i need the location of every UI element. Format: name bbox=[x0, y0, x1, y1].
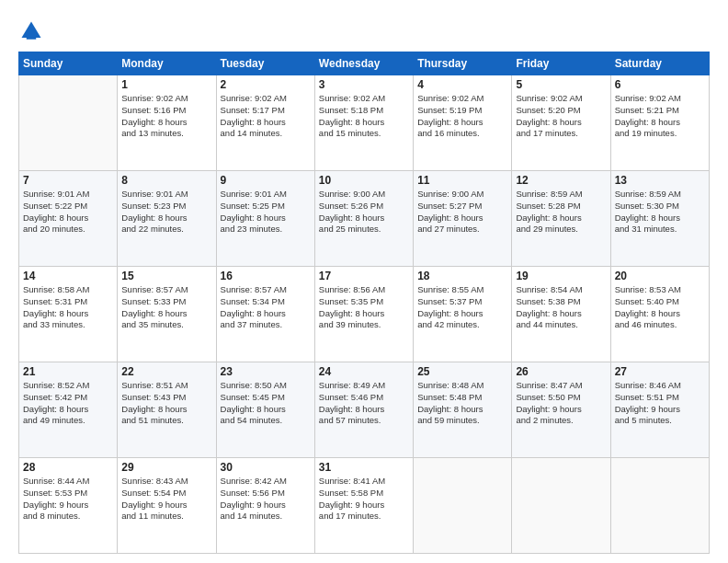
day-info: Sunrise: 8:57 AM Sunset: 5:34 PM Dayligh… bbox=[221, 284, 311, 331]
weekday-header-saturday: Saturday bbox=[610, 52, 709, 75]
day-info: Sunrise: 9:01 AM Sunset: 5:23 PM Dayligh… bbox=[121, 189, 211, 236]
day-info: Sunrise: 8:51 AM Sunset: 5:43 PM Dayligh… bbox=[121, 380, 211, 427]
day-info: Sunrise: 9:01 AM Sunset: 5:22 PM Dayligh… bbox=[23, 189, 113, 236]
day-number: 27 bbox=[615, 365, 705, 378]
day-info: Sunrise: 8:48 AM Sunset: 5:48 PM Dayligh… bbox=[417, 380, 507, 427]
day-number: 28 bbox=[23, 461, 113, 474]
day-number: 11 bbox=[417, 174, 507, 187]
day-info: Sunrise: 8:49 AM Sunset: 5:46 PM Dayligh… bbox=[319, 380, 409, 427]
calendar-week-row: 14Sunrise: 8:58 AM Sunset: 5:31 PM Dayli… bbox=[19, 267, 710, 362]
day-info: Sunrise: 9:00 AM Sunset: 5:27 PM Dayligh… bbox=[417, 189, 507, 236]
calendar-cell: 17Sunrise: 8:56 AM Sunset: 5:35 PM Dayli… bbox=[314, 267, 413, 362]
day-number: 24 bbox=[319, 365, 409, 378]
calendar-cell: 16Sunrise: 8:57 AM Sunset: 5:34 PM Dayli… bbox=[216, 267, 314, 362]
calendar-cell: 21Sunrise: 8:52 AM Sunset: 5:42 PM Dayli… bbox=[19, 362, 118, 458]
day-info: Sunrise: 8:44 AM Sunset: 5:53 PM Dayligh… bbox=[23, 476, 113, 523]
calendar-cell: 20Sunrise: 8:53 AM Sunset: 5:40 PM Dayli… bbox=[610, 267, 709, 362]
day-info: Sunrise: 8:56 AM Sunset: 5:35 PM Dayligh… bbox=[319, 284, 409, 331]
day-number: 1 bbox=[121, 78, 211, 91]
calendar-cell bbox=[414, 458, 512, 554]
day-info: Sunrise: 8:57 AM Sunset: 5:33 PM Dayligh… bbox=[121, 284, 211, 331]
day-info: Sunrise: 9:00 AM Sunset: 5:26 PM Dayligh… bbox=[319, 189, 409, 236]
day-number: 9 bbox=[221, 174, 311, 187]
day-number: 12 bbox=[516, 174, 606, 187]
calendar-week-row: 1Sunrise: 9:02 AM Sunset: 5:16 PM Daylig… bbox=[19, 75, 710, 171]
day-number: 31 bbox=[319, 461, 409, 474]
day-number: 18 bbox=[417, 270, 507, 282]
day-info: Sunrise: 8:46 AM Sunset: 5:51 PM Dayligh… bbox=[615, 380, 705, 427]
calendar-cell: 23Sunrise: 8:50 AM Sunset: 5:45 PM Dayli… bbox=[216, 362, 314, 458]
weekday-header-row: SundayMondayTuesdayWednesdayThursdayFrid… bbox=[19, 52, 710, 75]
day-number: 25 bbox=[417, 365, 507, 378]
calendar-cell: 26Sunrise: 8:47 AM Sunset: 5:50 PM Dayli… bbox=[512, 362, 610, 458]
day-info: Sunrise: 9:02 AM Sunset: 5:16 PM Dayligh… bbox=[121, 93, 211, 140]
calendar-week-row: 7Sunrise: 9:01 AM Sunset: 5:22 PM Daylig… bbox=[19, 171, 710, 267]
calendar-cell: 19Sunrise: 8:54 AM Sunset: 5:38 PM Dayli… bbox=[512, 267, 610, 362]
day-number: 7 bbox=[23, 174, 113, 187]
calendar-cell: 2Sunrise: 9:02 AM Sunset: 5:17 PM Daylig… bbox=[216, 75, 314, 171]
weekday-header-friday: Friday bbox=[512, 52, 610, 75]
calendar-cell: 3Sunrise: 9:02 AM Sunset: 5:18 PM Daylig… bbox=[314, 75, 413, 171]
day-number: 6 bbox=[615, 78, 705, 91]
day-info: Sunrise: 8:43 AM Sunset: 5:54 PM Dayligh… bbox=[121, 476, 211, 523]
weekday-header-monday: Monday bbox=[118, 52, 216, 75]
day-info: Sunrise: 8:53 AM Sunset: 5:40 PM Dayligh… bbox=[615, 284, 705, 331]
calendar-cell: 27Sunrise: 8:46 AM Sunset: 5:51 PM Dayli… bbox=[610, 362, 709, 458]
day-info: Sunrise: 8:52 AM Sunset: 5:42 PM Dayligh… bbox=[23, 380, 113, 427]
day-number: 19 bbox=[516, 270, 606, 282]
day-number: 20 bbox=[615, 270, 705, 282]
calendar-cell bbox=[19, 75, 118, 171]
day-info: Sunrise: 9:02 AM Sunset: 5:21 PM Dayligh… bbox=[615, 93, 705, 140]
page-header bbox=[18, 18, 710, 44]
day-info: Sunrise: 8:50 AM Sunset: 5:45 PM Dayligh… bbox=[221, 380, 311, 427]
day-number: 5 bbox=[516, 78, 606, 91]
day-info: Sunrise: 8:41 AM Sunset: 5:58 PM Dayligh… bbox=[319, 476, 409, 523]
day-number: 3 bbox=[319, 78, 409, 91]
day-number: 22 bbox=[121, 365, 211, 378]
calendar-week-row: 28Sunrise: 8:44 AM Sunset: 5:53 PM Dayli… bbox=[19, 458, 710, 554]
calendar-cell bbox=[512, 458, 610, 554]
svg-rect-2 bbox=[27, 33, 37, 40]
day-number: 8 bbox=[121, 174, 211, 187]
calendar-cell: 10Sunrise: 9:00 AM Sunset: 5:26 PM Dayli… bbox=[314, 171, 413, 267]
calendar-table: SundayMondayTuesdayWednesdayThursdayFrid… bbox=[18, 52, 710, 554]
day-number: 10 bbox=[319, 174, 409, 187]
day-info: Sunrise: 8:59 AM Sunset: 5:28 PM Dayligh… bbox=[516, 189, 606, 236]
calendar-cell: 28Sunrise: 8:44 AM Sunset: 5:53 PM Dayli… bbox=[19, 458, 118, 554]
calendar-cell: 12Sunrise: 8:59 AM Sunset: 5:28 PM Dayli… bbox=[512, 171, 610, 267]
calendar-cell: 18Sunrise: 8:55 AM Sunset: 5:37 PM Dayli… bbox=[414, 267, 512, 362]
calendar-cell: 15Sunrise: 8:57 AM Sunset: 5:33 PM Dayli… bbox=[118, 267, 216, 362]
weekday-header-wednesday: Wednesday bbox=[314, 52, 413, 75]
calendar-cell: 7Sunrise: 9:01 AM Sunset: 5:22 PM Daylig… bbox=[19, 171, 118, 267]
calendar-cell: 22Sunrise: 8:51 AM Sunset: 5:43 PM Dayli… bbox=[118, 362, 216, 458]
calendar-cell: 30Sunrise: 8:42 AM Sunset: 5:56 PM Dayli… bbox=[216, 458, 314, 554]
day-info: Sunrise: 9:02 AM Sunset: 5:19 PM Dayligh… bbox=[417, 93, 507, 140]
calendar-cell: 6Sunrise: 9:02 AM Sunset: 5:21 PM Daylig… bbox=[610, 75, 709, 171]
calendar-cell: 29Sunrise: 8:43 AM Sunset: 5:54 PM Dayli… bbox=[118, 458, 216, 554]
calendar-cell: 5Sunrise: 9:02 AM Sunset: 5:20 PM Daylig… bbox=[512, 75, 610, 171]
calendar-cell: 8Sunrise: 9:01 AM Sunset: 5:23 PM Daylig… bbox=[118, 171, 216, 267]
calendar-cell: 31Sunrise: 8:41 AM Sunset: 5:58 PM Dayli… bbox=[314, 458, 413, 554]
day-info: Sunrise: 9:01 AM Sunset: 5:25 PM Dayligh… bbox=[221, 189, 311, 236]
day-info: Sunrise: 8:54 AM Sunset: 5:38 PM Dayligh… bbox=[516, 284, 606, 331]
calendar-cell: 13Sunrise: 8:59 AM Sunset: 5:30 PM Dayli… bbox=[610, 171, 709, 267]
calendar-cell: 11Sunrise: 9:00 AM Sunset: 5:27 PM Dayli… bbox=[414, 171, 512, 267]
day-number: 17 bbox=[319, 270, 409, 282]
day-info: Sunrise: 8:42 AM Sunset: 5:56 PM Dayligh… bbox=[221, 476, 311, 523]
calendar-cell: 1Sunrise: 9:02 AM Sunset: 5:16 PM Daylig… bbox=[118, 75, 216, 171]
calendar-cell: 25Sunrise: 8:48 AM Sunset: 5:48 PM Dayli… bbox=[414, 362, 512, 458]
day-info: Sunrise: 9:02 AM Sunset: 5:20 PM Dayligh… bbox=[516, 93, 606, 140]
day-info: Sunrise: 8:55 AM Sunset: 5:37 PM Dayligh… bbox=[417, 284, 507, 331]
day-number: 21 bbox=[23, 365, 113, 378]
logo-icon bbox=[18, 18, 44, 44]
day-number: 29 bbox=[121, 461, 211, 474]
day-number: 16 bbox=[221, 270, 311, 282]
day-info: Sunrise: 9:02 AM Sunset: 5:18 PM Dayligh… bbox=[319, 93, 409, 140]
calendar-cell: 9Sunrise: 9:01 AM Sunset: 5:25 PM Daylig… bbox=[216, 171, 314, 267]
calendar-cell: 4Sunrise: 9:02 AM Sunset: 5:19 PM Daylig… bbox=[414, 75, 512, 171]
day-info: Sunrise: 9:02 AM Sunset: 5:17 PM Dayligh… bbox=[221, 93, 311, 140]
calendar-week-row: 21Sunrise: 8:52 AM Sunset: 5:42 PM Dayli… bbox=[19, 362, 710, 458]
calendar-cell: 14Sunrise: 8:58 AM Sunset: 5:31 PM Dayli… bbox=[19, 267, 118, 362]
day-number: 13 bbox=[615, 174, 705, 187]
logo bbox=[18, 18, 48, 44]
